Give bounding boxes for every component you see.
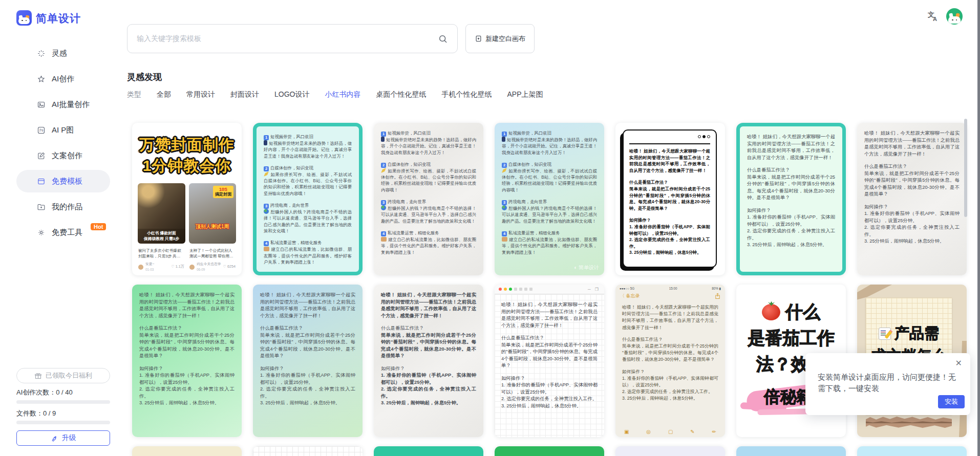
sidebar-item-label: 免费工具 — [52, 228, 82, 237]
star-icon — [37, 75, 46, 83]
template-card[interactable]: 哈喽！ 姐妹们，今天想跟大家聊聊一个超实用的时间管理方法——番茄工作法！之前我总… — [615, 123, 725, 275]
filter-option[interactable]: APP上架图 — [507, 90, 543, 99]
template-card[interactable]: 哈喽！ 姐妹们，今天想跟大家聊聊一个超实用的时间管理方法——番茄工作法！之前我总… — [374, 285, 483, 437]
daily-benefit-label: 已领取今日福利 — [46, 371, 92, 380]
new-document-icon — [475, 35, 482, 42]
template-card[interactable]: 1短视频带货，风口依旧短视频带货绝对是未来的趋势！选好品，做好内容，开个小店就能… — [495, 123, 604, 275]
sidebar-item-label: 我的作品 — [52, 202, 82, 212]
sidebar-item-1[interactable]: 灵感 — [16, 42, 110, 64]
translate-icon[interactable]: 文A — [927, 10, 939, 23]
sidebar-item-label: 文案创作 — [52, 151, 82, 161]
template-card[interactable]: 1短视频带货，风口依旧短视频带货绝对是未来的趋势！选好品，做好内容，开个小店就能… — [374, 123, 483, 275]
sidebar-item-7[interactable]: 我的作品 — [16, 196, 110, 218]
sidebar-item-label: 免费模板 — [52, 177, 82, 186]
install-button[interactable]: 安装 — [938, 395, 965, 408]
sidebar-item-label: 灵感 — [52, 49, 67, 58]
sidebar-item-label: AI P图 — [52, 125, 74, 135]
file-quota-progressbar — [16, 421, 110, 424]
template-card[interactable] — [495, 446, 604, 456]
template-card[interactable]: 1短视频带货，风口依旧短视频带货绝对是未来的趋势！选好品，做好内容，开个小店就能… — [253, 123, 363, 275]
close-icon[interactable]: ✕ — [955, 358, 962, 368]
avatar[interactable] — [946, 8, 963, 25]
filter-label: 类型 — [127, 90, 141, 99]
daily-benefit-button[interactable]: 已领取今日福利 — [16, 368, 110, 383]
toast-message: 安装简单设计桌面应用，访问更便捷！无需下载，一键安装 — [818, 372, 957, 394]
template-card[interactable]: 哈喽！ 姐妹们，今天想跟大家聊聊一个超实用的时间管理方法——番茄工作法！之前我总… — [736, 123, 846, 275]
ai-quota-label: AI创作次数：0 / 40 — [16, 388, 73, 397]
filter-option[interactable]: 全部 — [157, 90, 171, 99]
gear-icon — [37, 228, 46, 237]
svg-text:A: A — [933, 16, 937, 22]
template-card[interactable] — [374, 446, 483, 456]
filter-option[interactable]: 常用设计 — [186, 90, 215, 99]
image-icon — [37, 100, 46, 109]
template-card[interactable]: 哈喽！ 姐妹们，今天想跟大家聊聊一个超实用的时间管理方法——番茄工作法！之前我总… — [253, 285, 363, 437]
sidebar-item-2[interactable]: AI创作 — [16, 68, 110, 90]
filter-option[interactable]: LOGO设计 — [274, 90, 309, 99]
ps-icon: Ps — [37, 126, 46, 135]
template-card[interactable] — [615, 446, 725, 456]
brand-logo-icon[interactable] — [16, 10, 32, 26]
hot-badge: Hot — [91, 223, 106, 230]
search-icon[interactable] — [438, 34, 448, 44]
filter-option[interactable]: 封面设计 — [230, 90, 259, 99]
filter-option[interactable]: 手机个性化壁纸 — [441, 90, 492, 99]
template-card[interactable]: ─ ❐哈喽！ 姐妹们，今天想跟大家聊聊一个超实用的时间管理方法——番茄工作法！之… — [495, 285, 604, 437]
template-card[interactable] — [132, 446, 242, 456]
gift-icon — [34, 372, 42, 380]
template-icon — [37, 177, 46, 186]
sparkle-icon — [37, 49, 46, 58]
sidebar-item-5[interactable]: 文案创作 — [16, 144, 110, 167]
sidebar-item-label: AI批量创作 — [52, 100, 90, 110]
template-card[interactable]: 哈喽！ 姐妹们，今天想跟大家聊聊一个超实用的时间管理方法——番茄工作法！之前我总… — [132, 285, 242, 437]
filter-option[interactable]: 桌面个性化壁纸 — [376, 90, 426, 99]
filter-option[interactable]: 小红书内容 — [325, 90, 360, 99]
svg-text:Ps: Ps — [39, 128, 44, 132]
rocket-icon — [51, 435, 58, 442]
edit-icon — [37, 151, 46, 160]
folder-plus-icon — [37, 203, 46, 211]
search-input[interactable]: 输入关键字搜索模板 — [127, 24, 458, 53]
file-quota-label: 文件数：0 / 9 — [16, 409, 56, 418]
install-toast: ✕ 安装简单设计桌面应用，访问更便捷！无需下载，一键安装 安装 — [805, 353, 970, 415]
sidebar-item-label: AI创作 — [52, 74, 74, 84]
upgrade-label: 升级 — [62, 433, 76, 443]
sidebar-item-6[interactable]: 免费模板 — [16, 170, 110, 192]
watermark: ◐ 简单设计 — [574, 264, 599, 271]
template-card[interactable] — [736, 446, 846, 456]
template-card[interactable]: ●●●○○ 5G15:0080% ▮〈 备忘录哈喽！ 姐妹们，今天想跟大家聊聊一… — [615, 285, 725, 437]
scrollbar-thumb[interactable] — [964, 119, 967, 217]
ai-quota-progressbar — [16, 400, 110, 404]
template-card[interactable] — [253, 446, 363, 456]
page-title: 灵感发现 — [127, 71, 162, 83]
new-canvas-label: 新建空白画布 — [485, 34, 525, 44]
window-right-edge — [977, 0, 980, 456]
brand-name: 简单设计 — [36, 11, 81, 26]
search-placeholder: 输入关键字搜索模板 — [137, 34, 438, 44]
template-card[interactable] — [857, 446, 967, 456]
upgrade-button[interactable]: 升级 — [16, 430, 110, 446]
new-canvas-button[interactable]: 新建空白画布 — [465, 24, 535, 53]
template-card[interactable]: 哈喽！ 姐妹们，今天想跟大家聊聊一个超实用的时间管理方法——番茄工作法！之前我总… — [857, 123, 967, 275]
sidebar-item-4[interactable]: PsAI P图 — [16, 119, 110, 141]
filter-row: 类型全部常用设计封面设计LOGO设计小红书内容桌面个性化壁纸手机个性化壁纸APP… — [127, 90, 543, 99]
template-card[interactable]: 万赞封面制作1分钟教会你小红书 爆款封面保姆级教程 只需3步顶别人测试1周10S… — [132, 123, 242, 275]
sidebar-item-3[interactable]: AI批量创作 — [16, 93, 110, 116]
